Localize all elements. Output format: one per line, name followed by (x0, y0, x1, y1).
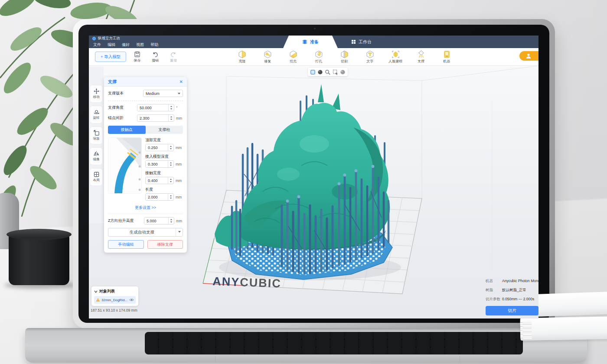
mode-tabs: 准备 工作台 (283, 36, 385, 48)
slice-params-value: 0.050mm — 2.000s (502, 297, 534, 302)
manual-edit-button[interactable]: 手动编辑 (108, 240, 144, 249)
sphere-view-icon[interactable] (340, 69, 346, 75)
move-icon (94, 88, 99, 94)
menu-view[interactable]: 视图 (136, 42, 144, 48)
warning-icon (96, 298, 100, 302)
support-panel: 支撑 ✕ 支撑版本 Medium 支撑角度 ° (104, 77, 187, 253)
tab-prepare[interactable]: 准备 (283, 36, 338, 48)
object-list-panel: 对象列表 32mm_DogRid... (91, 286, 138, 306)
redo-icon (170, 51, 177, 58)
menu-help[interactable]: 帮助 (150, 42, 158, 48)
length-label: 长度 (145, 187, 183, 192)
sidebar-tool-move[interactable]: 移动 (90, 85, 102, 102)
chevron-down-icon (178, 93, 180, 96)
anchor-spacing-input[interactable] (137, 114, 174, 122)
mirror-icon (94, 151, 99, 156)
laptop-keyboard (145, 332, 523, 354)
build-plate-logo: ANYCUBIC (212, 275, 281, 290)
menu-preferences[interactable]: 偏好 (122, 42, 130, 48)
workbench-grid-icon (352, 40, 356, 44)
app-title: 纵维立方工坊 (98, 36, 120, 41)
tab-support-pillar[interactable]: 支撑柱 (146, 126, 183, 134)
slice-info: 机器 Anycubic Photon Mono M 树脂 默认树脂_正常 切片参… (486, 279, 538, 315)
sidebar-tool-rotate[interactable]: 旋转 (90, 106, 102, 123)
machine-label: 机器 (486, 279, 502, 284)
insert-depth-label: 接入模型深度 (145, 154, 183, 159)
clone-icon (238, 50, 246, 58)
support-version-select[interactable]: Medium (143, 90, 183, 97)
support-angle-label: 支撑角度 (108, 105, 124, 110)
length-input[interactable] (145, 193, 174, 201)
save-icon (134, 51, 140, 58)
redo-button[interactable]: 重做 (166, 51, 181, 63)
layers-icon (302, 40, 307, 44)
resin-value: 默认树脂_正常 (502, 288, 526, 293)
generate-dropdown[interactable] (176, 228, 183, 236)
shaded-view-icon[interactable] (317, 69, 323, 75)
laptop-deck (25, 328, 587, 363)
support-panel-header: 支撑 ✕ (104, 77, 187, 87)
zoom-view-icon[interactable] (325, 69, 330, 75)
anchor-spacing-label: 锚点间距 (108, 115, 124, 121)
save-button[interactable]: 保存 (130, 51, 144, 63)
angle-stepper[interactable] (168, 104, 174, 111)
undo-button[interactable]: 撤销 (148, 51, 163, 63)
contact-point-illustration (108, 137, 142, 194)
generate-support-button[interactable]: 生成自动支撑 (108, 228, 183, 237)
visibility-eye-icon[interactable] (129, 298, 134, 302)
sidebar-tool-scale[interactable]: 缩放 (90, 127, 102, 144)
support-angle-input[interactable] (137, 104, 174, 111)
hollow-icon (289, 50, 297, 58)
text-icon (366, 50, 374, 58)
app-window: 纵维立方工坊 文件 编辑 偏好 视图 帮助 准备 工作台 + 导入模型 (89, 36, 538, 318)
top-width-input[interactable] (145, 144, 174, 151)
resin-label: 树脂 (486, 288, 502, 293)
menu-file[interactable]: 文件 (93, 42, 101, 48)
collapse-chevron-icon (94, 290, 98, 293)
undo-icon (152, 51, 159, 58)
z-lift-input[interactable] (144, 217, 174, 224)
close-icon[interactable]: ✕ (179, 80, 183, 84)
rotate-icon (94, 109, 99, 115)
webcam-dot (314, 28, 316, 29)
model-dimensions: 187.51 x 93.10 x 174.09 mm (91, 308, 137, 312)
object-list-header[interactable]: 对象列表 (94, 289, 136, 294)
layout-icon (94, 172, 99, 177)
slice-button[interactable]: 切片 (486, 306, 538, 315)
z-lift-label: Z方向抬升高度 (108, 218, 134, 224)
object-list-item[interactable]: 32mm_DogRid... (94, 296, 136, 304)
support-version-label: 支撑版本 (108, 91, 124, 96)
viewport-3d[interactable]: ANYCUBIC 移动 旋转 (89, 66, 538, 318)
face-model-icon (392, 50, 400, 58)
support-icon (417, 50, 425, 58)
punch-icon (315, 50, 323, 58)
remove-support-button[interactable]: 移除支撑 (147, 240, 183, 249)
view-toolbar (308, 68, 348, 76)
repair-icon (264, 50, 272, 58)
top-width-label: 顶部宽度 (145, 137, 183, 143)
contact-width-label: 接触宽度 (145, 170, 183, 176)
machine-value: Anycubic Photon Mono M (502, 279, 538, 284)
more-settings-link[interactable]: 更多设置 >> (108, 205, 183, 211)
svg-text:ANYCUBIC: ANYCUBIC (212, 275, 281, 290)
slice-params-label: 切片参数 (486, 297, 502, 302)
support-segment-tabs: 接触点 支撑柱 (108, 126, 183, 134)
sidebar-tool-layout[interactable]: 布局 (90, 169, 102, 185)
menu-edit[interactable]: 编辑 (108, 42, 115, 48)
view-cube-icon[interactable] (310, 69, 316, 75)
select-tool-icon[interactable] (333, 69, 338, 75)
sidebar-tool-mirror[interactable]: 镜像 (90, 148, 102, 165)
machine-icon (443, 50, 451, 58)
tab-workbench[interactable]: 工作台 (338, 36, 385, 48)
canister-decoration (9, 229, 69, 285)
user-icon (525, 53, 532, 59)
panel-title: 支撑 (108, 79, 117, 85)
cut-icon (340, 50, 349, 58)
insert-depth-input[interactable] (145, 160, 174, 168)
user-login-button[interactable] (519, 51, 538, 61)
tab-contact-point[interactable]: 接触点 (108, 126, 146, 134)
spacing-stepper[interactable] (168, 115, 174, 121)
contact-width-input[interactable] (145, 177, 174, 184)
app-logo-icon (92, 37, 96, 40)
import-model-button[interactable]: + 导入模型 (95, 52, 126, 62)
